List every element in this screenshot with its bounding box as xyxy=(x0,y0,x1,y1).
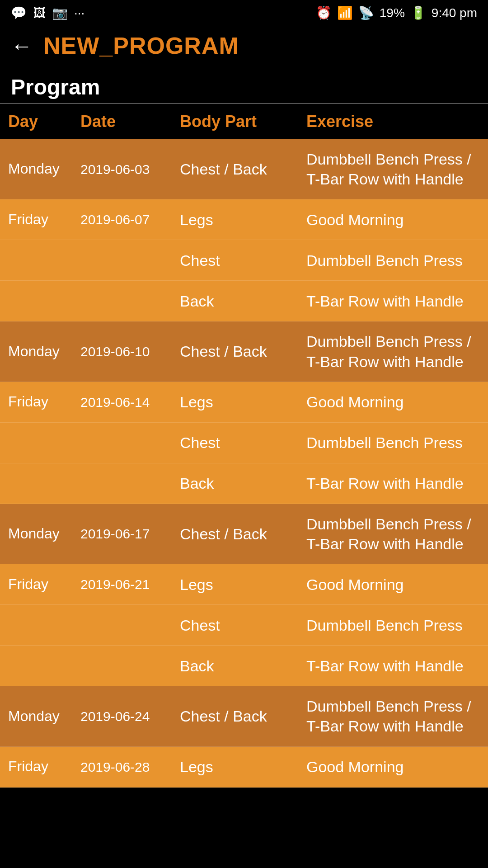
cell-body-part: Chest / Back xyxy=(180,159,306,179)
status-left: 💬 🖼 📷 ··· xyxy=(11,5,84,20)
cell-body-part: Chest xyxy=(180,250,306,270)
cell-date: 2019-06-03 xyxy=(80,160,180,178)
cell-body-part: Chest / Back xyxy=(180,341,306,361)
cell-body-part: Chest / Back xyxy=(180,524,306,544)
program-label: Program xyxy=(0,67,488,103)
table-row: Chest Dumbbell Bench Press xyxy=(0,605,488,646)
cell-body-part: Legs xyxy=(180,392,306,412)
table-row: Monday 2019-06-24 Chest / Back Dumbbell … xyxy=(0,686,488,746)
page-title: NEW_PROGRAM xyxy=(43,32,239,59)
cell-day: Monday xyxy=(8,342,80,361)
cell-body-part: Back xyxy=(180,656,306,676)
table-row: Friday 2019-06-21 Legs Good Morning xyxy=(0,564,488,605)
cell-exercise: Dumbbell Bench Press xyxy=(306,615,480,635)
table-body: Monday 2019-06-03 Chest / Back Dumbbell … xyxy=(0,139,488,788)
signal-icon: 📡 xyxy=(358,5,374,20)
cell-body-part: Chest / Back xyxy=(180,706,306,726)
cell-date: 2019-06-07 xyxy=(80,211,180,228)
cell-day: Monday xyxy=(8,524,80,543)
cell-day: Friday xyxy=(8,392,80,411)
table-row: Monday 2019-06-10 Chest / Back Dumbbell … xyxy=(0,321,488,382)
cell-body-part: Chest xyxy=(180,615,306,635)
cell-day: Monday xyxy=(8,160,80,179)
cell-exercise: Dumbbell Bench Press / T-Bar Row with Ha… xyxy=(306,514,480,554)
cell-date: 2019-06-24 xyxy=(80,708,180,725)
battery-icon: 🔋 xyxy=(410,5,426,20)
cell-exercise: Dumbbell Bench Press / T-Bar Row with Ha… xyxy=(306,149,480,189)
cell-day: Friday xyxy=(8,575,80,594)
table-row: Friday 2019-06-28 Legs Good Morning xyxy=(0,747,488,788)
program-table: Day Date Body Part Exercise Monday 2019-… xyxy=(0,104,488,788)
cell-body-part: Back xyxy=(180,473,306,493)
header-day: Day xyxy=(8,112,80,131)
cell-day: Friday xyxy=(8,757,80,776)
header-body-part: Body Part xyxy=(180,112,306,131)
cell-exercise: Dumbbell Bench Press / T-Bar Row with Ha… xyxy=(306,696,480,736)
cell-exercise: T-Bar Row with Handle xyxy=(306,656,480,676)
cell-exercise: Dumbbell Bench Press xyxy=(306,250,480,270)
cell-exercise: Dumbbell Bench Press xyxy=(306,433,480,453)
table-row: Friday 2019-06-14 Legs Good Morning xyxy=(0,382,488,423)
cell-date: 2019-06-17 xyxy=(80,525,180,542)
cell-date: 2019-06-14 xyxy=(80,393,180,411)
cell-exercise: Good Morning xyxy=(306,392,480,412)
table-row: Chest Dumbbell Bench Press xyxy=(0,423,488,463)
table-row: Back T-Bar Row with Handle xyxy=(0,281,488,321)
cell-exercise: Good Morning xyxy=(306,575,480,594)
table-row: Back T-Bar Row with Handle xyxy=(0,646,488,686)
cell-exercise: Good Morning xyxy=(306,757,480,777)
cell-day: Monday xyxy=(8,707,80,726)
table-row: Friday 2019-06-07 Legs Good Morning xyxy=(0,199,488,240)
whatsapp-icon: 💬 xyxy=(11,5,27,20)
wifi-icon: 📶 xyxy=(337,5,353,20)
battery-percent: 19% xyxy=(380,6,405,20)
table-row: Monday 2019-06-17 Chest / Back Dumbbell … xyxy=(0,504,488,564)
more-icon: ··· xyxy=(74,6,84,20)
table-row: Monday 2019-06-03 Chest / Back Dumbbell … xyxy=(0,139,488,199)
header-exercise: Exercise xyxy=(306,112,480,131)
cell-day: Friday xyxy=(8,210,80,229)
header-date: Date xyxy=(80,112,180,131)
cell-exercise: Dumbbell Bench Press / T-Bar Row with Ha… xyxy=(306,331,480,371)
time: 9:40 pm xyxy=(432,6,477,20)
status-right: ⏰ 📶 📡 19% 🔋 9:40 pm xyxy=(316,5,477,20)
alarm-icon: ⏰ xyxy=(316,5,332,20)
cell-date: 2019-06-21 xyxy=(80,576,180,593)
gallery-icon: 🖼 xyxy=(33,5,46,20)
status-bar: 💬 🖼 📷 ··· ⏰ 📶 📡 19% 🔋 9:40 pm xyxy=(0,0,488,24)
cell-date: 2019-06-10 xyxy=(80,343,180,360)
back-button[interactable]: ← xyxy=(11,33,33,58)
app-header: ← NEW_PROGRAM xyxy=(0,24,488,67)
cell-date: 2019-06-28 xyxy=(80,758,180,776)
cell-body-part: Chest xyxy=(180,433,306,453)
camera-icon: 📷 xyxy=(52,5,68,20)
table-header: Day Date Body Part Exercise xyxy=(0,104,488,139)
table-row: Chest Dumbbell Bench Press xyxy=(0,240,488,281)
cell-body-part: Legs xyxy=(180,757,306,777)
cell-exercise: T-Bar Row with Handle xyxy=(306,473,480,493)
cell-exercise: Good Morning xyxy=(306,210,480,230)
table-row: Back T-Bar Row with Handle xyxy=(0,463,488,504)
cell-exercise: T-Bar Row with Handle xyxy=(306,291,480,311)
cell-body-part: Legs xyxy=(180,210,306,230)
cell-body-part: Legs xyxy=(180,575,306,594)
cell-body-part: Back xyxy=(180,291,306,311)
